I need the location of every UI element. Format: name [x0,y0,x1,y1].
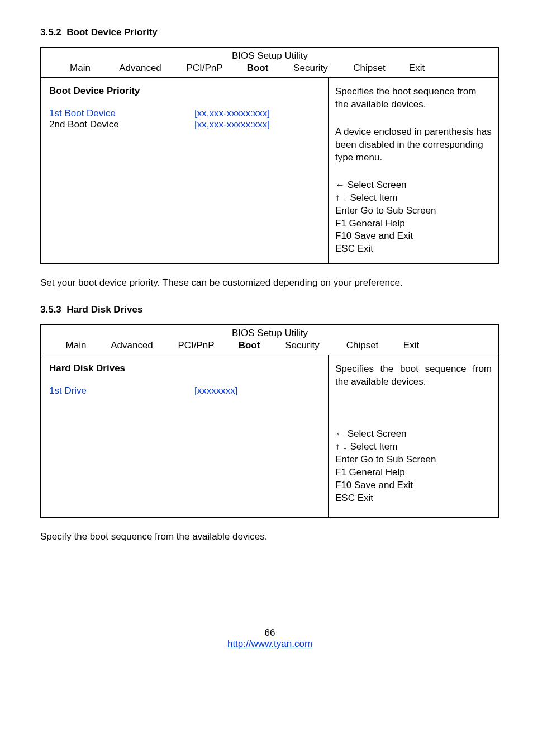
key-select-screen-2: ← Select Screen [335,428,492,441]
key-enter: Enter Go to Sub Screen [335,205,492,218]
key-select-item-2: ↑ ↓ Select Item [335,441,492,453]
tab-main-2[interactable]: Main [54,340,98,351]
tab-boot[interactable]: Boot [235,63,280,74]
bios-left-panel-2: Hard Disk Drives 1st Drive [xxxxxxxx] [41,355,328,517]
second-boot-device-label: 2nd Boot Device [49,119,194,130]
section-title-1: Boot Device Priority [66,27,158,37]
tab-security[interactable]: Security [280,63,341,74]
tab-boot-2[interactable]: Boot [227,340,272,351]
key-f10: F10 Save and Exit [335,230,492,243]
key-f1: F1 General Help [335,218,492,230]
bios-body-2: Hard Disk Drives 1st Drive [xxxxxxxx] Sp… [41,355,498,517]
section-heading-1: 3.5.2 Boot Device Priority [40,27,499,38]
first-drive-value: [xxxxxxxx] [194,385,322,396]
key-select-screen: ← Select Screen [335,179,492,192]
help-text-1a: Specifies the boot sequence from the ava… [335,86,492,111]
bios-right-panel-2: Specifies the boot sequence from the ava… [328,355,498,517]
tab-pcipnp-2[interactable]: PCI/PnP [165,340,227,351]
tab-pcipnp[interactable]: PCI/PnP [174,63,235,74]
panel-heading: Boot Device Priority [49,86,322,97]
first-boot-device-label: 1st Boot Device [49,108,194,119]
paragraph-1: Set your boot device priority. These can… [40,277,499,290]
key-esc: ESC Exit [335,243,492,256]
bios-tabs-1: Main Advanced PCI/PnP Boot Security Chip… [41,62,498,77]
row-1st-boot-device[interactable]: 1st Boot Device [xx,xxx-xxxxx:xxx] [49,108,322,119]
bios-tabs-2: Main Advanced PCI/PnP Boot Security Chip… [41,339,498,355]
paragraph-2: Specify the boot sequence from the avail… [40,531,499,544]
bios-title: BIOS Setup Utility [41,48,498,62]
key-help-list-1: ← Select Screen ↑ ↓ Select Item Enter Go… [335,179,492,256]
bios-body-1: Boot Device Priority 1st Boot Device [xx… [41,77,498,263]
page-number: 66 [40,627,499,639]
key-enter-2: Enter Go to Sub Screen [335,453,492,466]
second-boot-device-value: [xx,xxx-xxxxx:xxx] [194,119,322,130]
tab-advanced[interactable]: Advanced [107,63,174,74]
section-heading-2: 3.5.3 Hard Disk Drives [40,304,499,315]
bios-left-panel-1: Boot Device Priority 1st Boot Device [xx… [41,78,328,263]
bios-right-panel-1: Specifies the boot sequence from the ava… [328,78,498,263]
first-boot-device-value: [xx,xxx-xxxxx:xxx] [194,108,322,119]
key-f10-2: F10 Save and Exit [335,479,492,492]
page-footer: 66 http://www.tyan.com [40,627,499,650]
key-esc-2: ESC Exit [335,492,492,505]
bios-box-boot-priority: BIOS Setup Utility Main Advanced PCI/PnP… [40,47,499,264]
tab-exit[interactable]: Exit [397,63,436,74]
row-1st-drive[interactable]: 1st Drive [xxxxxxxx] [49,385,322,396]
key-f1-2: F1 General Help [335,466,492,479]
tab-main[interactable]: Main [54,63,107,74]
help-text-1b: A device enclosed in parenthesis has bee… [335,126,492,164]
tab-exit-2[interactable]: Exit [392,340,431,351]
bios-box-hdd: BIOS Setup Utility Main Advanced PCI/PnP… [40,324,499,518]
first-drive-label: 1st Drive [49,385,194,396]
help-text-2: Specifies the boot sequence from the ava… [335,363,492,389]
tab-chipset-2[interactable]: Chipset [333,340,392,351]
tab-chipset[interactable]: Chipset [341,63,397,74]
section-title-2: Hard Disk Drives [66,304,142,315]
tab-security-2[interactable]: Security [272,340,333,351]
section-number-1: 3.5.2 [40,27,61,37]
row-2nd-boot-device[interactable]: 2nd Boot Device [xx,xxx-xxxxx:xxx] [49,119,322,130]
bios-title-2: BIOS Setup Utility [41,325,498,339]
tab-advanced-2[interactable]: Advanced [98,340,165,351]
panel-heading-2: Hard Disk Drives [49,363,322,374]
footer-link[interactable]: http://www.tyan.com [227,639,312,649]
key-help-list-2: ← Select Screen ↑ ↓ Select Item Enter Go… [335,428,492,505]
section-number-2: 3.5.3 [40,304,61,315]
key-select-item: ↑ ↓ Select Item [335,192,492,205]
